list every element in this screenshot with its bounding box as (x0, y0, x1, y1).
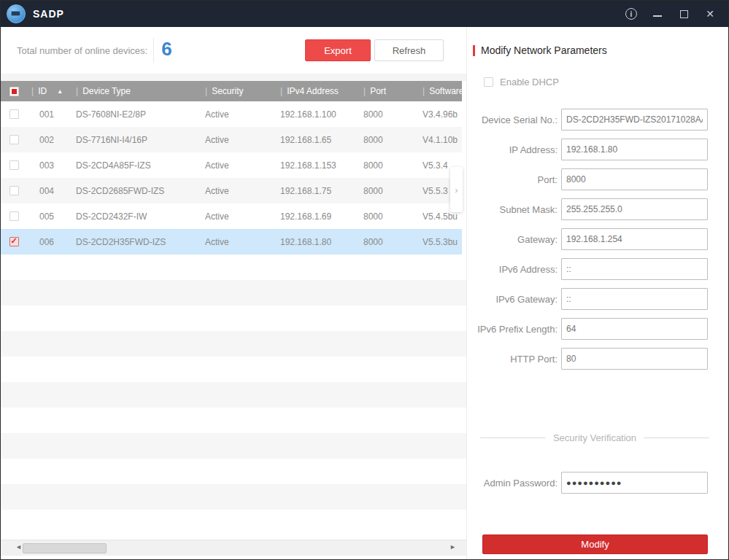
divider (153, 38, 154, 63)
empty-row (1, 254, 466, 280)
field-label: IP Address: (467, 144, 558, 155)
app-title: SADP (33, 8, 64, 20)
divider (1, 74, 466, 81)
field-label: IPv6 Prefix Length: (467, 324, 558, 335)
empty-row (1, 357, 466, 382)
minimize-icon[interactable] (649, 6, 666, 22)
maximize-icon[interactable] (676, 6, 692, 22)
panel-title: Modify Network Parameters (481, 44, 607, 56)
admin-password-label: Admin Password: (467, 478, 558, 489)
column-header-device-type[interactable]: |Device Type (70, 86, 198, 96)
table-row[interactable]: 005 DS-2CD2432F-IW Active 192.168.1.69 8… (1, 203, 462, 229)
empty-row (1, 484, 466, 510)
row-checkbox[interactable] (9, 160, 19, 170)
table-row[interactable]: 004 DS-2CD2685FWD-IZS Active 192.168.1.7… (1, 178, 462, 203)
field-label: IPv6 Gateway: (467, 294, 558, 305)
ipv6-prefix-length-input[interactable] (561, 318, 708, 340)
empty-row (1, 433, 466, 459)
ipv6-address-input[interactable] (561, 258, 708, 280)
table-row-selected[interactable]: 006 DS-2CD2H35FWD-IZS Active 192.168.1.8… (1, 229, 462, 254)
total-devices-count: 6 (161, 38, 171, 61)
refresh-button[interactable]: Refresh (374, 39, 444, 61)
empty-row (1, 331, 466, 357)
sort-asc-icon[interactable]: ▲ (57, 88, 63, 95)
admin-password-input[interactable] (561, 472, 708, 494)
row-checkbox[interactable] (9, 211, 19, 221)
export-button[interactable]: Export (305, 39, 371, 61)
scroll-left-arrow-icon[interactable]: ◄ (15, 543, 22, 551)
ipv6-gateway-input[interactable] (561, 288, 708, 310)
table-row[interactable]: 003 DS-2CD4A85F-IZS Active 192.168.1.153… (1, 152, 462, 178)
close-icon[interactable]: ✕ (702, 6, 718, 22)
empty-row (1, 382, 466, 408)
scrollbar-thumb[interactable] (23, 543, 107, 553)
field-label: Device Serial No.: (467, 114, 558, 125)
device-serial-input[interactable] (561, 109, 708, 131)
row-checkbox-checked[interactable] (9, 237, 19, 246)
table-row[interactable]: 002 DS-7716NI-I4/16P Active 192.168.1.65… (1, 127, 462, 152)
table-row[interactable]: 001 DS-7608NI-E2/8P Active 192.168.1.100… (1, 101, 462, 127)
enable-dhcp-checkbox[interactable] (484, 77, 493, 87)
subnet-mask-input[interactable] (561, 198, 708, 220)
info-icon[interactable]: i (623, 6, 639, 22)
field-label: Subnet Mask: (467, 204, 558, 215)
field-label: HTTP Port: (467, 354, 558, 365)
port-input[interactable] (561, 168, 708, 190)
horizontal-scrollbar[interactable]: ◄ ► (1, 540, 466, 556)
empty-row (1, 280, 466, 306)
column-header-security[interactable]: |Security (198, 86, 274, 96)
network-parameters-form: Device Serial No.: IP Address: Port: Sub… (467, 109, 729, 378)
row-checkbox[interactable] (9, 109, 19, 119)
sadp-logo-icon (7, 4, 26, 23)
column-header-software[interactable]: |Software (418, 86, 462, 96)
empty-row (1, 408, 466, 433)
accent-bar (473, 45, 475, 56)
ip-address-input[interactable] (561, 139, 708, 160)
field-label: Gateway: (467, 234, 558, 245)
sadp-window: SADP i ✕ Total number of online devices:… (0, 0, 729, 560)
modify-network-panel: Modify Network Parameters Enable DHCP De… (466, 27, 729, 559)
field-label: IPv6 Address: (467, 264, 558, 275)
enable-dhcp-label: Enable DHCP (500, 77, 559, 88)
security-verification-label: Security Verification (553, 432, 636, 443)
column-header-id[interactable]: | ID ▲ (27, 86, 70, 96)
http-port-input[interactable] (561, 348, 708, 370)
select-all-checkbox[interactable] (9, 87, 19, 96)
toolbar: Total number of online devices: 6 Export… (1, 27, 466, 74)
empty-row (1, 459, 466, 484)
titlebar: SADP i ✕ (1, 1, 728, 27)
field-label: Port: (467, 174, 558, 185)
row-checkbox[interactable] (9, 186, 19, 195)
total-devices-label: Total number of online devices: (17, 45, 147, 56)
scroll-right-arrow-icon[interactable]: ► (450, 543, 456, 551)
device-list-region: Total number of online devices: 6 Export… (1, 27, 466, 559)
panel-collapse-handle[interactable]: › (450, 167, 463, 212)
empty-row (1, 306, 466, 331)
row-checkbox[interactable] (9, 135, 19, 144)
gateway-input[interactable] (561, 228, 708, 250)
security-verification-divider: Security Verification (480, 432, 709, 443)
column-header-port[interactable]: |Port (358, 86, 418, 96)
modify-button[interactable]: Modify (482, 534, 708, 554)
column-header-ipv4[interactable]: |IPv4 Address (274, 86, 358, 96)
table-header: | ID ▲ |Device Type |Security |IPv4 Addr… (1, 81, 462, 101)
